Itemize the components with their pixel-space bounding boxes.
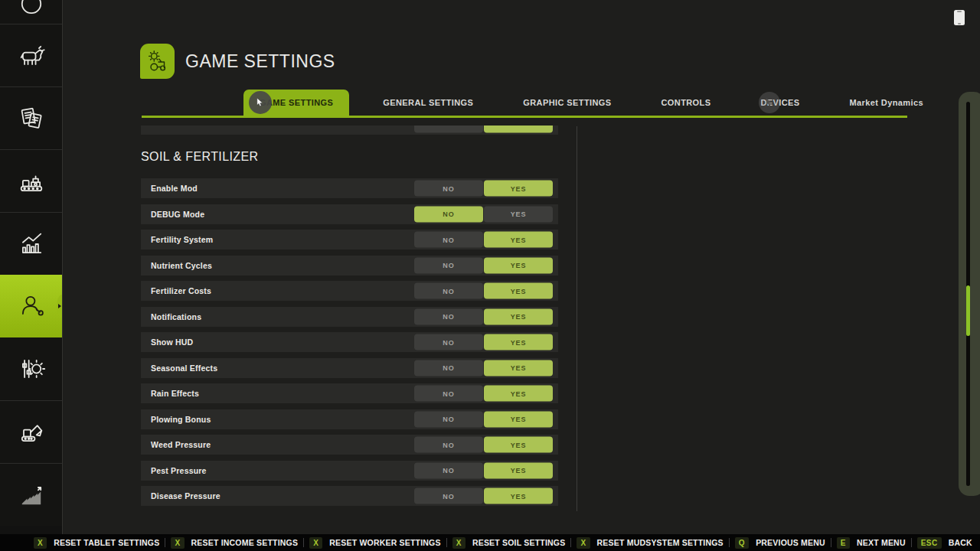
toggle-group: NO YES bbox=[414, 386, 553, 402]
toggle-yes-button[interactable]: YES bbox=[484, 411, 553, 427]
toggle-no-button[interactable]: NO bbox=[414, 232, 483, 248]
hint-reset-worker[interactable]: X RESET WORKER SETTINGS bbox=[309, 537, 441, 549]
settings-rows: Enable Mod NO YES DEBUG Mode NO YES Fert… bbox=[141, 178, 558, 506]
toggle-yes-button[interactable]: YES bbox=[484, 334, 553, 350]
setting-row: Show HUD NO YES bbox=[141, 332, 558, 352]
hint-separator bbox=[303, 538, 304, 547]
hint-separator bbox=[831, 538, 831, 547]
hint-label: RESET MUDSYSTEM SETTINGS bbox=[597, 538, 724, 547]
sidebar-item-time[interactable] bbox=[0, 0, 62, 24]
sidebar-item-player-settings[interactable] bbox=[0, 275, 62, 337]
active-item-indicator bbox=[57, 295, 62, 318]
sidebar-item-contracts[interactable] bbox=[0, 86, 62, 149]
setting-row: Plowing Bonus NO YES bbox=[141, 409, 558, 429]
hint-separator bbox=[165, 538, 165, 547]
setting-label: Pest Pressure bbox=[151, 466, 207, 475]
setting-row: Seasonal Effects NO YES bbox=[141, 358, 558, 378]
hint-reset-income[interactable]: X RESET INCOME SETTINGS bbox=[171, 537, 298, 549]
sidebar-item-animals[interactable] bbox=[0, 24, 62, 86]
toggle-no-button[interactable]: NO bbox=[414, 411, 483, 427]
keybind-bar: X RESET TABLET SETTINGS X RESET INCOME S… bbox=[0, 534, 980, 551]
page-header: GAME SETTINGS bbox=[140, 44, 335, 79]
hint-reset-soil[interactable]: X RESET SOIL SETTINGS bbox=[452, 537, 566, 549]
toggle-group: NO YES bbox=[414, 411, 553, 427]
time-icon bbox=[16, 0, 47, 19]
setting-label: Disease Pressure bbox=[151, 491, 220, 500]
toggle-group: NO YES bbox=[414, 181, 553, 197]
keycap-esc: ESC bbox=[917, 537, 942, 549]
keycap-x: X bbox=[309, 537, 322, 549]
hint-back[interactable]: ESC BACK bbox=[917, 537, 972, 549]
setting-row: Fertilizer Costs NO YES bbox=[141, 281, 558, 301]
toggle-no-button[interactable]: NO bbox=[414, 437, 483, 453]
toggle-no-button[interactable]: NO bbox=[414, 386, 483, 402]
setting-label: Nutrient Cycles bbox=[151, 261, 212, 270]
panel-divider bbox=[577, 126, 577, 511]
toggle-group: NO YES bbox=[414, 334, 553, 350]
hint-label: RESET INCOME SETTINGS bbox=[191, 538, 299, 547]
toggle-yes-button[interactable]: YES bbox=[484, 386, 553, 402]
toggle-no-button[interactable]: NO bbox=[414, 206, 483, 222]
toggle-no-button[interactable]: NO bbox=[414, 181, 483, 197]
tab-market-dynamics[interactable]: Market Dynamics bbox=[834, 90, 940, 116]
section-title: SOIL & FERTILIZER bbox=[141, 150, 558, 164]
sidebar-item-production[interactable] bbox=[0, 149, 62, 212]
toggle-no-button[interactable]: NO bbox=[414, 360, 483, 376]
cow-icon bbox=[16, 41, 47, 71]
toggle-no-button[interactable]: NO bbox=[414, 488, 483, 504]
sidebar-item-construction[interactable] bbox=[0, 400, 62, 463]
hint-previous-menu[interactable]: Q PREVIOUS MENU bbox=[735, 537, 825, 549]
hint-separator bbox=[911, 538, 912, 547]
toggle-no-button[interactable]: NO bbox=[414, 462, 483, 478]
setting-row: Nutrient Cycles NO YES bbox=[141, 256, 558, 276]
toggle-yes-button[interactable]: YES bbox=[484, 488, 553, 504]
setting-row: Weed Pressure NO YES bbox=[141, 435, 558, 455]
toggle-no-button[interactable]: NO bbox=[414, 283, 483, 299]
toggle-yes-button[interactable]: YES bbox=[484, 437, 553, 453]
game-tuning-icon bbox=[16, 354, 47, 384]
toggle-group: NO YES bbox=[414, 308, 553, 324]
toggle-yes-button[interactable]: YES bbox=[484, 283, 553, 299]
toggle-yes-button[interactable]: YES bbox=[484, 360, 553, 376]
toggle-yes-button[interactable]: YES bbox=[484, 181, 553, 197]
excavator-icon bbox=[16, 417, 47, 448]
hint-next-menu[interactable]: E NEXT MENU bbox=[837, 537, 906, 549]
tab-controls[interactable]: CONTROLS bbox=[645, 90, 727, 116]
setting-row: Notifications NO YES bbox=[141, 307, 558, 327]
hint-label: RESET SOIL SETTINGS bbox=[472, 538, 565, 547]
toggle-group: NO YES bbox=[414, 488, 553, 504]
hint-separator bbox=[570, 538, 571, 547]
sidebar-item-game-tuning[interactable] bbox=[0, 337, 62, 400]
progress-icon bbox=[16, 480, 47, 510]
tab-graphic-settings[interactable]: GRAPHIC SETTINGS bbox=[507, 90, 627, 116]
sidebar-item-statistics[interactable] bbox=[0, 212, 62, 275]
setting-label: Fertilizer Costs bbox=[151, 286, 211, 295]
page-title: GAME SETTINGS bbox=[185, 51, 335, 72]
setting-label: Show HUD bbox=[151, 337, 193, 347]
toggle-yes-button[interactable]: YES bbox=[484, 206, 553, 222]
sidebar-item-progress[interactable] bbox=[0, 463, 62, 526]
toggle-no-button[interactable]: NO bbox=[414, 334, 483, 350]
setting-label: Plowing Bonus bbox=[151, 415, 211, 424]
keycap-e: E bbox=[837, 537, 850, 549]
tab-general-settings[interactable]: GENERAL SETTINGS bbox=[367, 90, 489, 116]
setting-label: Weed Pressure bbox=[151, 440, 211, 449]
hint-reset-tablet[interactable]: X RESET TABLET SETTINGS bbox=[34, 537, 159, 549]
toggle-yes-button[interactable]: YES bbox=[484, 308, 553, 324]
toggle-yes-button[interactable]: YES bbox=[484, 257, 553, 273]
cursor-arrow-icon bbox=[766, 98, 773, 107]
toggle-yes-button[interactable]: YES bbox=[484, 462, 553, 478]
setting-row: Fertility System NO YES bbox=[141, 230, 558, 249]
toggle-no-button[interactable]: NO bbox=[414, 257, 483, 273]
setting-label: Rain Effects bbox=[151, 389, 199, 398]
setting-label: Fertility System bbox=[151, 235, 213, 244]
hint-separator bbox=[446, 538, 447, 547]
hint-label: PREVIOUS MENU bbox=[756, 538, 825, 547]
hint-reset-mudsystem[interactable]: X RESET MUDSYSTEM SETTINGS bbox=[577, 537, 723, 549]
tab-bar: GAME SETTINGS GENERAL SETTINGS GRAPHIC S… bbox=[142, 90, 907, 118]
toggle-yes-button[interactable]: YES bbox=[484, 232, 553, 248]
setting-label: DEBUG Mode bbox=[151, 210, 204, 219]
scrollbar-thumb[interactable] bbox=[966, 285, 970, 336]
toggle-no-button[interactable]: NO bbox=[414, 308, 483, 324]
scrollbar[interactable] bbox=[959, 92, 980, 496]
